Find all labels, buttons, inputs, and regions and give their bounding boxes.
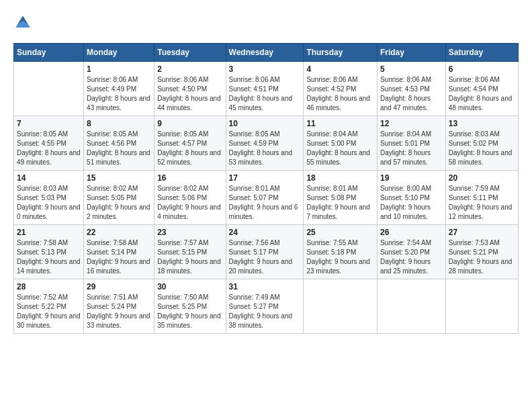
calendar-cell: 10Sunrise: 8:05 AMSunset: 4:59 PMDayligh… [226,116,304,171]
day-number: 6 [449,64,515,74]
day-info: Sunrise: 8:06 AMSunset: 4:51 PMDaylight:… [229,75,301,113]
day-number: 26 [380,228,443,237]
calendar-week-row: 1Sunrise: 8:06 AMSunset: 4:49 PMDaylight… [14,62,519,116]
day-number: 19 [380,173,443,183]
day-info: Sunrise: 8:00 AMSunset: 5:10 PMDaylight:… [380,184,443,222]
calendar-cell: 16Sunrise: 8:02 AMSunset: 5:06 PMDayligh… [154,171,226,225]
day-number: 15 [87,173,151,183]
day-info: Sunrise: 7:49 AMSunset: 5:27 PMDaylight:… [229,293,301,330]
calendar-cell: 1Sunrise: 8:06 AMSunset: 4:49 PMDaylight… [84,62,154,116]
day-info: Sunrise: 8:04 AMSunset: 5:00 PMDaylight:… [306,130,374,167]
calendar-cell: 25Sunrise: 7:55 AMSunset: 5:18 PMDayligh… [304,225,378,279]
day-info: Sunrise: 7:50 AMSunset: 5:25 PMDaylight:… [157,293,222,330]
day-number: 28 [17,282,81,291]
day-info: Sunrise: 8:01 AMSunset: 5:07 PMDaylight:… [229,184,301,222]
day-number: 27 [449,228,515,237]
calendar-body: 1Sunrise: 8:06 AMSunset: 4:49 PMDaylight… [14,62,519,334]
day-info: Sunrise: 8:05 AMSunset: 4:57 PMDaylight:… [157,130,222,167]
day-info: Sunrise: 8:01 AMSunset: 5:08 PMDaylight:… [306,184,374,222]
day-number: 8 [87,119,151,128]
day-info: Sunrise: 7:53 AMSunset: 5:21 PMDaylight:… [449,238,515,276]
day-info: Sunrise: 8:06 AMSunset: 4:53 PMDaylight:… [380,75,443,113]
calendar-cell: 22Sunrise: 7:58 AMSunset: 5:14 PMDayligh… [84,225,154,279]
calendar-cell: 27Sunrise: 7:53 AMSunset: 5:21 PMDayligh… [445,225,518,279]
calendar-cell: 13Sunrise: 8:03 AMSunset: 5:02 PMDayligh… [445,116,518,171]
day-number: 23 [157,228,222,237]
calendar-cell: 15Sunrise: 8:02 AMSunset: 5:05 PMDayligh… [84,171,154,225]
day-info: Sunrise: 7:58 AMSunset: 5:13 PMDaylight:… [17,238,81,276]
calendar-cell: 2Sunrise: 8:06 AMSunset: 4:50 PMDaylight… [154,62,226,116]
day-info: Sunrise: 8:05 AMSunset: 4:56 PMDaylight:… [87,130,151,167]
calendar-cell: 21Sunrise: 7:58 AMSunset: 5:13 PMDayligh… [14,225,84,279]
day-info: Sunrise: 8:02 AMSunset: 5:06 PMDaylight:… [157,184,222,222]
day-info: Sunrise: 8:03 AMSunset: 5:02 PMDaylight:… [449,130,515,167]
day-info: Sunrise: 8:02 AMSunset: 5:05 PMDaylight:… [87,184,151,222]
calendar-cell: 7Sunrise: 8:05 AMSunset: 4:55 PMDaylight… [14,116,84,171]
calendar-cell: 26Sunrise: 7:54 AMSunset: 5:20 PMDayligh… [377,225,445,279]
day-number: 29 [87,282,151,291]
calendar-cell: 20Sunrise: 7:59 AMSunset: 5:11 PMDayligh… [445,171,518,225]
calendar-cell: 5Sunrise: 8:06 AMSunset: 4:53 PMDaylight… [377,62,445,116]
calendar-week-row: 14Sunrise: 8:03 AMSunset: 5:03 PMDayligh… [14,171,519,225]
day-info: Sunrise: 7:52 AMSunset: 5:22 PMDaylight:… [17,293,81,330]
day-info: Sunrise: 7:55 AMSunset: 5:18 PMDaylight:… [306,238,374,276]
day-number: 18 [306,173,374,183]
day-number: 9 [157,119,222,128]
calendar-cell: 14Sunrise: 8:03 AMSunset: 5:03 PMDayligh… [14,171,84,225]
calendar-week-row: 21Sunrise: 7:58 AMSunset: 5:13 PMDayligh… [14,225,519,279]
weekday-header: Thursday [304,44,378,62]
calendar-cell [304,279,378,334]
day-info: Sunrise: 8:06 AMSunset: 4:52 PMDaylight:… [306,75,374,113]
day-number: 4 [306,64,374,74]
day-number: 2 [157,64,222,74]
day-number: 14 [17,173,81,183]
calendar-cell: 28Sunrise: 7:52 AMSunset: 5:22 PMDayligh… [14,279,84,334]
logo-icon [13,13,32,32]
logo [13,13,35,32]
day-number: 10 [229,119,301,128]
calendar-cell [377,279,445,334]
weekday-header: Saturday [445,44,518,62]
header-row: SundayMondayTuesdayWednesdayThursdayFrid… [14,44,519,62]
day-info: Sunrise: 7:57 AMSunset: 5:15 PMDaylight:… [157,238,222,276]
page-header [13,13,519,32]
day-number: 1 [87,64,151,74]
day-info: Sunrise: 8:03 AMSunset: 5:03 PMDaylight:… [17,184,81,222]
calendar-cell: 23Sunrise: 7:57 AMSunset: 5:15 PMDayligh… [154,225,226,279]
day-info: Sunrise: 8:06 AMSunset: 4:54 PMDaylight:… [449,75,515,113]
weekday-header: Friday [377,44,445,62]
day-number: 24 [229,228,301,237]
day-info: Sunrise: 7:51 AMSunset: 5:24 PMDaylight:… [87,293,151,330]
calendar-cell: 6Sunrise: 8:06 AMSunset: 4:54 PMDaylight… [445,62,518,116]
day-number: 13 [449,119,515,128]
calendar-cell: 11Sunrise: 8:04 AMSunset: 5:00 PMDayligh… [304,116,378,171]
calendar-cell: 8Sunrise: 8:05 AMSunset: 4:56 PMDaylight… [84,116,154,171]
calendar-cell: 18Sunrise: 8:01 AMSunset: 5:08 PMDayligh… [304,171,378,225]
day-number: 3 [229,64,301,74]
weekday-header: Monday [84,44,154,62]
day-number: 11 [306,119,374,128]
calendar-table: SundayMondayTuesdayWednesdayThursdayFrid… [13,43,519,334]
day-number: 12 [380,119,443,128]
day-number: 16 [157,173,222,183]
weekday-header: Sunday [14,44,84,62]
day-number: 25 [306,228,374,237]
calendar-cell: 29Sunrise: 7:51 AMSunset: 5:24 PMDayligh… [84,279,154,334]
day-info: Sunrise: 8:05 AMSunset: 4:59 PMDaylight:… [229,130,301,167]
calendar-cell: 4Sunrise: 8:06 AMSunset: 4:52 PMDaylight… [304,62,378,116]
day-info: Sunrise: 8:06 AMSunset: 4:49 PMDaylight:… [87,75,151,113]
calendar-cell [445,279,518,334]
day-number: 30 [157,282,222,291]
day-number: 17 [229,173,301,183]
weekday-header: Wednesday [226,44,304,62]
day-number: 21 [17,228,81,237]
day-number: 31 [229,282,301,291]
calendar-cell: 31Sunrise: 7:49 AMSunset: 5:27 PMDayligh… [226,279,304,334]
calendar-cell: 19Sunrise: 8:00 AMSunset: 5:10 PMDayligh… [377,171,445,225]
day-info: Sunrise: 7:59 AMSunset: 5:11 PMDaylight:… [449,184,515,222]
day-info: Sunrise: 8:04 AMSunset: 5:01 PMDaylight:… [380,130,443,167]
calendar-week-row: 7Sunrise: 8:05 AMSunset: 4:55 PMDaylight… [14,116,519,171]
calendar-cell: 30Sunrise: 7:50 AMSunset: 5:25 PMDayligh… [154,279,226,334]
calendar-cell: 3Sunrise: 8:06 AMSunset: 4:51 PMDaylight… [226,62,304,116]
day-info: Sunrise: 7:56 AMSunset: 5:17 PMDaylight:… [229,238,301,276]
